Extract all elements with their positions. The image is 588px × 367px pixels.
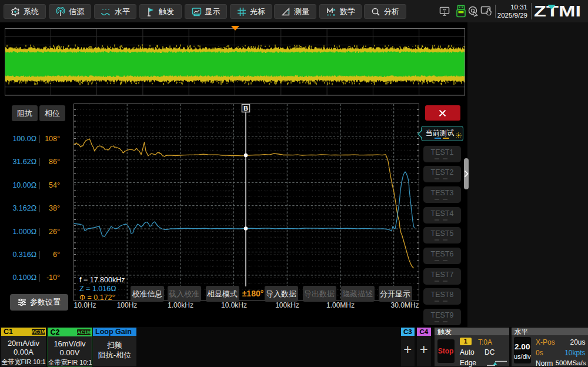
svg-text:ZTMI: ZTMI	[534, 4, 581, 18]
svg-text:B: B	[243, 105, 248, 112]
